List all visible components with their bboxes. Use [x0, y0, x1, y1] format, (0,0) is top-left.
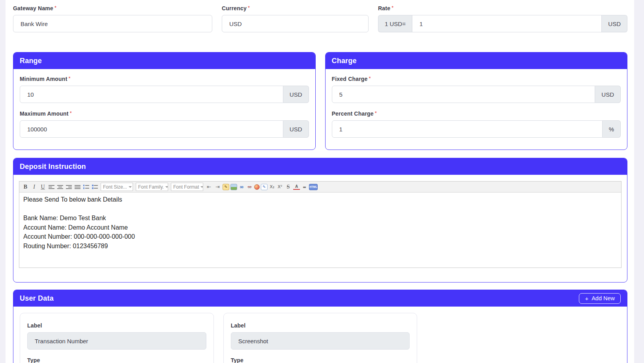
font-size-select[interactable]: Font Size... [101, 183, 133, 191]
page-left-margin [0, 0, 6, 363]
deposit-instruction-header: Deposit Instruction [13, 158, 627, 175]
rich-text-editor: B I U Font Size... Font Family. Font For… [19, 181, 622, 268]
charge-card: Charge Fixed Charge* USD Percent Charge*… [325, 52, 628, 150]
required-asterisk: * [391, 5, 393, 11]
rate-label: Rate [378, 5, 390, 11]
rate-input[interactable] [412, 15, 602, 32]
align-justify-icon [75, 184, 80, 189]
page-right-margin [634, 0, 644, 363]
blockquote-button[interactable]: ✎ [223, 184, 229, 190]
range-card-header: Range [13, 52, 315, 69]
add-new-button[interactable]: + Add New [579, 293, 621, 304]
charge-card-title: Charge [332, 57, 357, 65]
editor-text-line: Bank Name: Demo Test Bank [23, 213, 617, 223]
align-right-icon [66, 184, 72, 189]
user-data-title: User Data [20, 294, 54, 303]
currency-label: Currency [222, 5, 247, 11]
field-label-caption: Label [27, 322, 42, 329]
horizontal-rule-button[interactable]: ▬ [301, 184, 308, 190]
deposit-instruction-editor-content[interactable]: Please Send To below bank Details Bank N… [19, 193, 621, 268]
align-center-button[interactable] [56, 183, 64, 191]
editor-text-line: Account Name: Demo Account Name [23, 223, 617, 232]
add-new-button-label: Add New [592, 295, 615, 301]
charge-card-body: Fixed Charge* USD Percent Charge* % [326, 69, 627, 150]
italic-button[interactable]: I [30, 183, 38, 191]
font-family-select-value: Font Family. [138, 184, 164, 190]
unordered-list-icon [92, 184, 98, 189]
font-size-select-value: Font Size... [103, 184, 127, 190]
top-fields-row: Gateway Name* Currency* Rate* 1 USD= USD [13, 5, 627, 32]
gateway-name-input[interactable] [13, 15, 212, 32]
fixed-charge-input[interactable] [332, 86, 595, 103]
align-justify-button[interactable] [74, 183, 81, 191]
range-card-title: Range [20, 57, 42, 65]
gateway-name-label: Gateway Name [13, 5, 53, 11]
deposit-instruction-body: B I U Font Size... Font Family. Font For… [13, 175, 627, 282]
minimum-amount-currency-suffix: USD [283, 86, 309, 103]
field-label-input[interactable] [27, 332, 206, 350]
deposit-instruction-title: Deposit Instruction [20, 163, 86, 171]
strikethrough-button[interactable]: S [285, 183, 292, 191]
field-label-caption: Label [231, 322, 246, 329]
user-data-field-card: Label Type [20, 313, 214, 363]
rate-group: Rate* 1 USD= USD [378, 5, 627, 32]
required-asterisk: * [70, 110, 72, 116]
required-asterisk: * [54, 5, 56, 11]
editor-toolbar: B I U Font Size... Font Family. Font For… [19, 182, 621, 193]
field-type-caption: Type [231, 357, 243, 363]
editor-text-line [23, 204, 617, 214]
insert-image-button[interactable] [230, 184, 237, 190]
unordered-list-button[interactable] [91, 183, 99, 191]
currency-input[interactable] [222, 15, 369, 32]
font-family-select[interactable]: Font Family. [136, 183, 168, 191]
required-asterisk: * [369, 75, 371, 81]
field-label-input[interactable] [231, 332, 410, 350]
superscript-button[interactable]: X² [277, 184, 283, 190]
rate-currency-suffix: USD [602, 15, 627, 32]
deposit-instruction-card: Deposit Instruction B I U Font Size... F… [13, 158, 627, 283]
editor-text-line: Routing Number: 0123456789 [23, 241, 617, 251]
fixed-charge-currency-suffix: USD [595, 86, 621, 103]
user-data-fields-grid: Label Type Label Type [13, 307, 627, 363]
html-source-button[interactable]: HTML [309, 184, 318, 190]
chevron-down-icon [129, 186, 132, 188]
bold-button[interactable]: B [22, 183, 29, 191]
gateway-name-group: Gateway Name* [13, 5, 212, 32]
remove-format-button[interactable]: A [293, 184, 300, 190]
range-charge-row: Range Minimum Amount* USD Maximum Amount… [13, 52, 627, 150]
chevron-down-icon [165, 186, 168, 188]
gateway-edit-form: Gateway Name* Currency* Rate* 1 USD= USD [13, 0, 627, 363]
fixed-charge-label: Fixed Charge [332, 76, 368, 82]
user-data-header: User Data + Add New [13, 290, 627, 307]
minimum-amount-label: Minimum Amount [20, 76, 67, 82]
ordered-list-icon [83, 184, 89, 189]
indent-button[interactable]: ⇥ [214, 183, 221, 191]
ordered-list-button[interactable] [82, 183, 90, 191]
minimum-amount-input[interactable] [20, 86, 283, 103]
font-format-select[interactable]: Font Format [171, 183, 203, 191]
charge-card-header: Charge [326, 52, 627, 69]
underline-button[interactable]: U [39, 183, 47, 191]
editor-text-line: Please Send To below bank Details [23, 195, 617, 204]
range-card-body: Minimum Amount* USD Maximum Amount* USD [13, 69, 315, 150]
unlink-button[interactable]: ∞ [246, 184, 253, 190]
align-right-button[interactable] [65, 183, 73, 191]
outdent-button[interactable]: ⇤ [205, 183, 213, 191]
currency-group: Currency* [222, 5, 369, 32]
percent-charge-input[interactable] [332, 120, 603, 138]
range-card: Range Minimum Amount* USD Maximum Amount… [13, 52, 316, 150]
insert-link-button[interactable]: ∞ [238, 184, 245, 190]
field-type-caption: Type [27, 357, 40, 363]
maximum-amount-currency-suffix: USD [283, 120, 309, 138]
subscript-button[interactable]: X₂ [269, 184, 275, 190]
percent-charge-label: Percent Charge [332, 110, 374, 117]
maximum-amount-input[interactable] [20, 120, 283, 138]
color-palette-button[interactable] [254, 184, 260, 190]
align-left-button[interactable] [48, 183, 55, 191]
user-data-card: User Data + Add New Label Type Label [13, 290, 627, 363]
editor-text-line: Account Number: 000-000-000-000-000 [23, 232, 617, 241]
maximum-amount-label: Maximum Amount [20, 110, 69, 117]
align-left-icon [49, 184, 54, 189]
percent-charge-suffix: % [603, 120, 621, 138]
edit-source-button[interactable]: ✎ [261, 184, 268, 190]
